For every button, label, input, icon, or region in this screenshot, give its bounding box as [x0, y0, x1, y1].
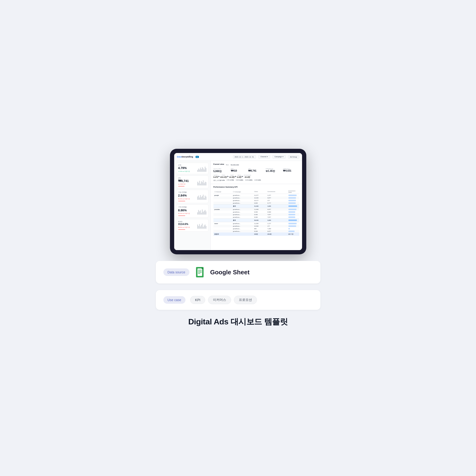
kpi-bar-roas: [178, 229, 185, 230]
svg-rect-5: [198, 272, 202, 273]
funnel-title: Funnel view: [213, 163, 224, 165]
kpi-value-purchase: 8.86%: [178, 208, 190, 212]
kpi-card-cpi: CPI ₩8,741 vs 이전기간: [176, 176, 208, 188]
page-container: DataStorytelling in 2023. 12. 1 – 2023. …: [156, 149, 320, 327]
kpi-card-signup: 가입 전환율 2.84% 55.2% vs 이전기간: [176, 190, 208, 203]
svg-rect-3: [198, 270, 202, 270]
kpi-sparkline-cpi: [197, 179, 206, 186]
table-row: growthcou... 9,400 6,500: [213, 211, 299, 213]
svg-rect-6: [198, 273, 200, 274]
kpi-change-cpi: vs 이전기간: [178, 183, 189, 185]
brand-text: DataStorytelling: [177, 156, 193, 158]
table-row: growthcou... 10,177 177: [213, 199, 299, 202]
page-title: Digital Ads 대시보드 템플릿: [188, 316, 288, 327]
kpi-card-ctr: CTR 4.79% +1.1% vs 이전기간: [176, 163, 208, 174]
funnel-metric-cpa-conv: CPA(Conv) ₩4,631: [283, 168, 299, 173]
table-row: growthcou... 9,900 9,777: [213, 202, 299, 204]
kpi-value-signup: 2.84%: [178, 194, 190, 197]
kpi-card-roas: ROAS 3114.6% 89.5% vs 이전기간: [176, 219, 208, 231]
use-case-card: Use case KPI 이커머스 프로모션: [156, 290, 320, 310]
table-row: growthcou... 9,400 7,877: [213, 213, 299, 216]
kpi-bar-signup: [178, 201, 185, 202]
linkedin-badge: in: [196, 156, 199, 158]
table-row: youtube growthcou... 11,000 9,977: [213, 208, 299, 211]
kpi-value-roas: 3114.6%: [178, 223, 190, 226]
data-source-label: Data source: [163, 269, 189, 276]
kpi-bar-purchase: [178, 215, 185, 216]
col-conversions: Conversions: [267, 189, 288, 194]
budget-value: 50,000,000: [231, 164, 239, 166]
col-clicks: Clicks: [253, 189, 267, 194]
performance-section: Performance Summary KPI ☐ Channel ☐ Camp…: [211, 184, 302, 238]
use-case-items: KPI 이커머스 프로모션: [190, 296, 257, 304]
budget-label: 예산: [226, 164, 229, 166]
tablet-wrapper: DataStorytelling in 2023. 12. 1 – 2023. …: [156, 149, 320, 254]
kpi-sparkline-roas: [197, 222, 206, 229]
table-row: google growthcou... 11,277 1,277: [213, 194, 299, 197]
table-row: growthcou... 8,300 6,877: [213, 230, 299, 233]
kpi-label-roas: ROAS: [178, 221, 190, 222]
dashboard-body: CTR 4.79% +1.1% vs 이전기간: [174, 161, 302, 250]
funnel-metric-cpa-signup: CPA(Signup) ₩1.45만: [266, 168, 282, 173]
tablet-screen: DataStorytelling in 2023. 12. 1 – 2023. …: [174, 153, 302, 250]
kpi-change-signup: 55.2% vs 이전기간: [178, 198, 190, 200]
kpi-label-purchase: 구매 전환율: [178, 206, 190, 208]
col-channel: ☐ Channel: [213, 189, 232, 194]
table-row: growthcou... 10,500 177: [213, 225, 299, 227]
funnel-metric-opc: OPC ₩410: [231, 168, 247, 173]
tablet-frame: DataStorytelling in 2023. 12. 1 – 2023. …: [170, 149, 306, 254]
funnel-metric-cpi: CPI ₩8,741: [248, 168, 264, 173]
table-footer: 총 합계 233만 26.6만 297.7만: [213, 233, 299, 236]
kpi-label-cpi: CPI: [178, 177, 189, 179]
performance-table: ☐ Channel ☐ Campaign Clicks Conversions …: [213, 189, 299, 236]
adgroup-filter[interactable]: Ad Group: [288, 155, 299, 159]
table-row: growthcou... 900 7,200: [213, 227, 299, 230]
campaign-filter[interactable]: Campaign ▾: [272, 155, 286, 159]
use-case-kpi: KPI: [190, 296, 205, 304]
kpi-change-ctr: +1.1% vs 이전기간: [178, 170, 190, 172]
dashboard-header: DataStorytelling in 2023. 12. 1 – 2023. …: [174, 153, 302, 161]
table-row: growthcou... 9,300 7,877: [213, 216, 299, 219]
kpi-sparkline-ctr: [197, 165, 206, 172]
table-row: growthcou... 10,200 9,877: [213, 197, 299, 199]
funnel-metric-budget: 보고서_예산 5,000만: [213, 168, 229, 173]
channel-filter[interactable]: Channel ▾: [258, 155, 270, 159]
svg-rect-4: [198, 271, 202, 272]
col-sales: Conversion Sales: [288, 189, 299, 194]
google-sheet-name: Google Sheet: [210, 269, 250, 276]
table-total-google: 총계 41,400 4,200: [213, 204, 299, 208]
kpi-bar-cpi: [178, 186, 185, 187]
performance-title: Performance Summary KPI: [213, 186, 299, 188]
kpi-value-cpi: ₩8,741: [178, 179, 189, 183]
google-sheet-icon: [194, 267, 205, 278]
kpi-change-roas: 89.5% vs 이전기간: [178, 226, 190, 228]
kpi-sparkline-signup: [197, 193, 206, 200]
data-source-card: Data source Google Sheet: [156, 261, 320, 284]
kpi-sparkline-purchase: [197, 208, 206, 215]
table-row: naver growthcou... 11,200 1,177: [213, 222, 299, 225]
brand-logo: DataStorytelling: [177, 156, 193, 158]
kpi-label-ctr: CTR: [178, 164, 190, 166]
use-case-ecommerce: 이커머스: [208, 296, 231, 304]
kpi-change-purchase: 52.1% vs 이전기간: [178, 212, 190, 215]
use-case-label: Use case: [163, 296, 186, 304]
kpi-value-ctr: 4.79%: [178, 166, 190, 170]
funnel-section: Funnel view 예산 50,000,000 보고서_예산 5,000만: [211, 161, 302, 184]
table-total-youtube: 총계 39,400 3,200: [213, 219, 299, 222]
date-filter[interactable]: 2023. 12. 1 – 2023. 12. 31.: [233, 155, 256, 159]
use-case-promotion: 프로모션: [234, 296, 257, 304]
kpi-label-signup: 가입 전환율: [178, 191, 190, 193]
kpi-sidebar: CTR 4.79% +1.1% vs 이전기간: [174, 161, 211, 250]
kpi-card-purchase: 구매 전환율 8.86% 52.1% vs 이전기간: [176, 204, 208, 218]
main-content: Funnel view 예산 50,000,000 보고서_예산 5,000만: [211, 161, 302, 250]
col-campaign: ☐ Campaign: [232, 189, 253, 194]
